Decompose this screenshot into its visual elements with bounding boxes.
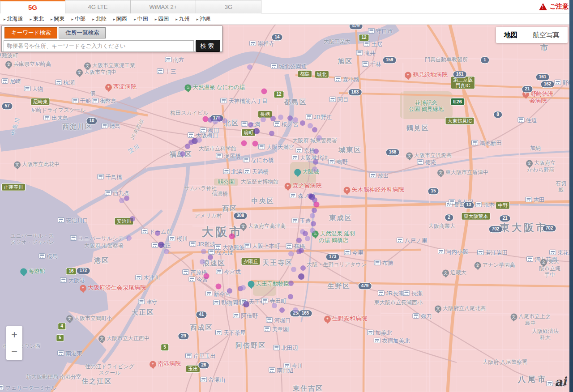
tab-5g[interactable]: 5G xyxy=(0,0,65,13)
chevron-right-icon: ▸ xyxy=(134,17,136,21)
chevron-right-icon: ▸ xyxy=(72,17,74,21)
chevron-right-icon: ▸ xyxy=(92,17,94,21)
region-link[interactable]: ▸中部 xyxy=(72,15,86,23)
region-nav: ▸北海道▸東北▸関東▸中部▸北陸▸関西▸中国▸四国▸九州▸沖縄 xyxy=(0,13,573,25)
region-link[interactable]: ▸四国 xyxy=(155,15,169,23)
region-link[interactable]: ▸北陸 xyxy=(92,15,107,23)
warning-triangle-icon xyxy=(539,3,547,10)
region-link[interactable]: ▸東北 xyxy=(30,15,44,23)
region-link[interactable]: ▸関東 xyxy=(51,15,65,23)
watermark-logo: ai xyxy=(554,375,567,389)
coverage-map[interactable]: 西淀川区都島区旭区北区福島区城東区鶴見区中央区西区港区大正区浪速区天王寺区東成区… xyxy=(0,25,573,392)
region-link[interactable]: ▸九州 xyxy=(175,15,190,23)
tab-4g-lte[interactable]: 4G LTE xyxy=(65,0,131,13)
zoom-control: + − xyxy=(6,326,22,360)
tab-address-list-search[interactable]: 住所一覧検索 xyxy=(59,27,106,38)
zoom-in-button[interactable]: + xyxy=(6,326,22,343)
search-panel: キーワード検索 住所一覧検索 検索 xyxy=(1,26,222,52)
tab-wimax-2+[interactable]: WiMAX 2+ xyxy=(131,0,196,13)
search-button[interactable]: 検索 xyxy=(196,40,220,52)
map-type-satellite-button[interactable]: 航空写真 xyxy=(533,31,560,39)
chevron-right-icon: ▸ xyxy=(197,17,199,21)
notice-label: ご注意 xyxy=(550,3,569,11)
chevron-right-icon: ▸ xyxy=(175,17,178,21)
tab-keyword-search[interactable]: キーワード検索 xyxy=(4,27,57,38)
notice-link[interactable]: ご注意 xyxy=(539,0,573,13)
chevron-right-icon: ▸ xyxy=(30,17,32,21)
region-link[interactable]: ▸北海道 xyxy=(4,15,23,23)
zoom-out-button[interactable]: − xyxy=(6,343,22,360)
5g-coverage-overlay xyxy=(0,25,573,392)
map-type-control: 地図 航空写真 xyxy=(496,27,568,43)
search-input[interactable] xyxy=(4,40,194,52)
tab-3g[interactable]: 3G xyxy=(196,0,261,13)
chevron-right-icon: ▸ xyxy=(155,17,157,21)
chevron-right-icon: ▸ xyxy=(51,17,53,21)
region-link[interactable]: ▸沖縄 xyxy=(197,15,211,23)
chevron-right-icon: ▸ xyxy=(4,17,6,21)
chevron-right-icon: ▸ xyxy=(113,17,115,21)
network-tab-bar: 5G4G LTEWiMAX 2+3G ご注意 xyxy=(0,0,573,13)
vertical-scrollbar[interactable] xyxy=(569,0,573,392)
region-link[interactable]: ▸中国 xyxy=(134,15,148,23)
region-link[interactable]: ▸関西 xyxy=(113,15,128,23)
map-type-map-button[interactable]: 地図 xyxy=(504,31,517,39)
